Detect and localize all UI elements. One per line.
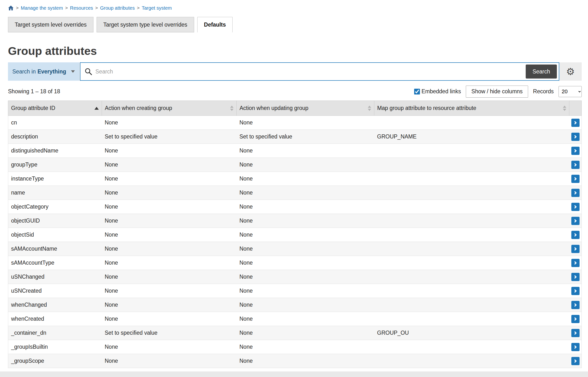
table-header-row: Group attribute ID Action when creating …: [8, 101, 582, 116]
table-row: objectSid None None: [8, 228, 582, 242]
chevron-right-icon: [573, 191, 577, 194]
column-label: Action when updating group: [239, 105, 308, 111]
records-label: Records: [533, 88, 554, 95]
row-detail-button[interactable]: [571, 273, 579, 281]
table-row: whenChanged None None: [8, 298, 582, 312]
cell-action-when-updating: None: [237, 200, 374, 214]
cell-group-attribute-id: objectSid: [8, 228, 102, 242]
breadcrumb-separator: >: [95, 5, 98, 11]
chevron-right-icon: [573, 317, 577, 320]
gear-icon[interactable]: ⚙: [565, 66, 577, 77]
column-label: Map group attribute to resource attribut…: [377, 105, 476, 111]
cell-map-attribute: [374, 298, 569, 312]
chevron-right-icon: [573, 303, 577, 306]
search-scope-value: Everything: [37, 68, 66, 75]
search-input[interactable]: [92, 64, 526, 79]
table-row: name None None: [8, 186, 582, 200]
table-row: uSNCreated None None: [8, 284, 582, 298]
row-detail-button[interactable]: [571, 133, 579, 141]
row-detail-button[interactable]: [571, 231, 579, 239]
cell-row-actions: [569, 228, 582, 242]
cell-map-attribute: [374, 158, 569, 172]
table-body: cn None None description Set to specifie…: [8, 116, 582, 368]
chevron-right-icon: [573, 359, 577, 363]
row-detail-button[interactable]: [571, 147, 579, 155]
row-detail-button[interactable]: [571, 119, 579, 127]
tab-defaults[interactable]: Defaults: [197, 17, 233, 32]
row-detail-button[interactable]: [571, 217, 579, 225]
group-attributes-table: Group attribute ID Action when creating …: [8, 101, 582, 368]
cell-action-when-updating: None: [237, 312, 374, 326]
cell-row-actions: [569, 270, 582, 284]
cell-row-actions: [569, 298, 582, 312]
cell-map-attribute: [374, 228, 569, 242]
column-header-map-group-attribute[interactable]: Map group attribute to resource attribut…: [374, 101, 569, 116]
records-select[interactable]: 20: [559, 86, 582, 97]
row-detail-button[interactable]: [571, 161, 579, 169]
row-detail-button[interactable]: [571, 357, 579, 365]
cell-action-when-updating: None: [237, 354, 374, 368]
cell-row-actions: [569, 354, 582, 368]
breadcrumb-link-resources[interactable]: Resources: [70, 5, 93, 11]
cell-group-attribute-id: sAMAccountName: [8, 242, 102, 256]
cell-row-actions: [569, 200, 582, 214]
cell-action-when-creating: None: [102, 242, 237, 256]
cell-map-attribute: [374, 116, 569, 130]
search-button[interactable]: Search: [526, 65, 557, 79]
show-hide-columns-button[interactable]: Show / hide columns: [466, 85, 528, 98]
breadcrumb-separator: >: [16, 5, 19, 11]
cell-row-actions: [569, 242, 582, 256]
row-detail-button[interactable]: [571, 287, 579, 295]
row-detail-button[interactable]: [571, 203, 579, 211]
breadcrumb-separator: >: [65, 5, 68, 11]
row-detail-button[interactable]: [571, 189, 579, 197]
column-header-action-when-creating-group[interactable]: Action when creating group: [102, 101, 237, 116]
cell-row-actions: [569, 116, 582, 130]
table-row: instanceType None None: [8, 172, 582, 186]
breadcrumb-link-manage-the-system[interactable]: Manage the system: [21, 5, 63, 11]
breadcrumb-link-group-attributes[interactable]: Group attributes: [100, 5, 135, 11]
list-controls: Showing 1 – 18 of 18 Embedded links Show…: [8, 85, 582, 98]
row-detail-button[interactable]: [571, 301, 579, 309]
cell-row-actions: [569, 340, 582, 354]
cell-map-attribute: [374, 242, 569, 256]
row-detail-button[interactable]: [571, 329, 579, 337]
search-bar: Search in Everything Search ⚙: [8, 62, 582, 81]
cell-row-actions: [569, 130, 582, 144]
cell-row-actions: [569, 214, 582, 228]
cell-group-attribute-id: _groupScope: [8, 354, 102, 368]
cell-action-when-creating: None: [102, 228, 237, 242]
chevron-right-icon: [573, 275, 577, 278]
breadcrumb-link-target-system[interactable]: Target system: [142, 5, 172, 11]
cell-action-when-creating: None: [102, 256, 237, 270]
cell-map-attribute: [374, 354, 569, 368]
row-detail-button[interactable]: [571, 245, 579, 253]
embedded-links-checkbox[interactable]: [414, 89, 420, 94]
chevron-right-icon: [573, 149, 577, 152]
cell-map-attribute: [374, 270, 569, 284]
cell-action-when-creating: None: [102, 298, 237, 312]
chevron-right-icon: [573, 205, 577, 208]
cell-row-actions: [569, 186, 582, 200]
search-scope-dropdown[interactable]: Search in Everything: [8, 62, 79, 81]
cell-action-when-updating: None: [237, 186, 374, 200]
table-row: _container_dn Set to specified value Non…: [8, 326, 582, 340]
tab-target-system-type-level-overrides[interactable]: Target system type level overrides: [97, 17, 194, 32]
cell-action-when-updating: None: [237, 158, 374, 172]
table-row: _groupIsBuiltin None None: [8, 340, 582, 354]
column-header-action-when-updating-group[interactable]: Action when updating group: [237, 101, 374, 116]
home-icon[interactable]: [8, 5, 14, 11]
column-header-group-attribute-id[interactable]: Group attribute ID: [8, 101, 102, 116]
row-detail-button[interactable]: [571, 315, 579, 323]
row-detail-button[interactable]: [571, 343, 579, 351]
cell-action-when-creating: None: [102, 172, 237, 186]
cell-action-when-creating: None: [102, 200, 237, 214]
tab-target-system-level-overrides[interactable]: Target system level overrides: [8, 17, 93, 32]
table-row: sAMAccountType None None: [8, 256, 582, 270]
cell-action-when-creating: None: [102, 312, 237, 326]
row-detail-button[interactable]: [571, 175, 579, 183]
row-detail-button[interactable]: [571, 259, 579, 267]
cell-action-when-creating: None: [102, 270, 237, 284]
chevron-right-icon: [573, 177, 577, 180]
cell-row-actions: [569, 284, 582, 298]
